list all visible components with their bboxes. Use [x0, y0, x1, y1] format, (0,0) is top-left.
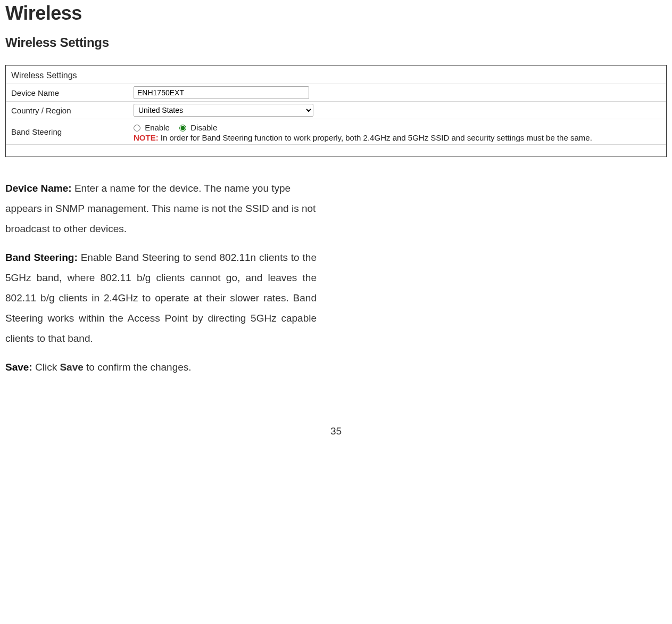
country-label: Country / Region: [6, 102, 128, 119]
device-name-input[interactable]: [134, 86, 309, 99]
band-steering-row: Band Steering Enable Disable NOTE: In or…: [6, 119, 666, 145]
country-row: Country / Region United States: [6, 102, 666, 119]
disable-radio-text: Disable: [190, 123, 217, 132]
save-prefix: Click: [32, 362, 60, 373]
device-name-description: Device Name: Enter a name for the device…: [5, 178, 317, 239]
page-title: Wireless: [5, 2, 667, 24]
country-select[interactable]: United States: [134, 104, 313, 117]
device-name-term: Device Name:: [5, 183, 72, 194]
save-suffix: to confirm the changes.: [84, 362, 192, 373]
note-text: In order for Band Steering function to w…: [161, 133, 592, 142]
enable-radio[interactable]: [134, 125, 140, 132]
enable-radio-text: Enable: [145, 123, 170, 132]
band-steering-label: Band Steering: [6, 119, 128, 145]
panel-title: Wireless Settings: [6, 67, 666, 84]
enable-radio-label[interactable]: Enable: [134, 123, 172, 132]
device-name-row: Device Name: [6, 84, 666, 102]
save-description: Save: Click Save to confirm the changes.: [5, 357, 317, 377]
save-bold: Save: [60, 362, 83, 373]
section-title: Wireless Settings: [5, 35, 667, 50]
band-steering-description: Band Steering: Enable Band Steering to s…: [5, 248, 317, 349]
disable-radio[interactable]: [179, 125, 186, 132]
band-steering-radio-group: Enable Disable: [134, 121, 661, 132]
device-name-label: Device Name: [6, 84, 128, 102]
band-steering-note: NOTE: In order for Band Steering functio…: [134, 133, 661, 142]
note-label: NOTE:: [134, 133, 159, 142]
settings-table: Device Name Country / Region United Stat…: [6, 84, 666, 145]
band-steering-term: Band Steering:: [5, 252, 78, 263]
description-column: Device Name: Enter a name for the device…: [5, 178, 317, 377]
band-steering-text: Enable Band Steering to send 802.11n cli…: [5, 252, 317, 344]
disable-radio-label[interactable]: Disable: [179, 123, 217, 132]
page-number: 35: [5, 425, 667, 437]
save-term: Save:: [5, 362, 32, 373]
wireless-settings-panel: Wireless Settings Device Name Country / …: [5, 65, 667, 157]
